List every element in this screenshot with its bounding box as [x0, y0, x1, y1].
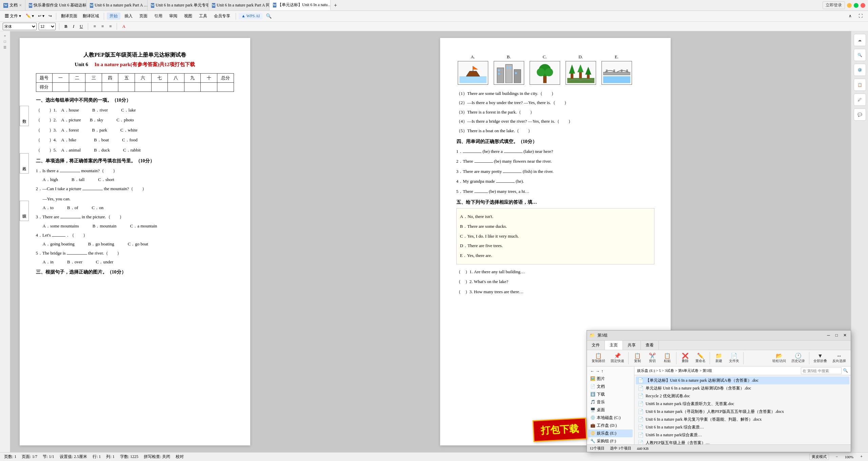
- nav-drive-e[interactable]: 📀 娱乐盘 (E:): [588, 429, 633, 437]
- nav-music[interactable]: 🎵 音乐: [588, 398, 633, 406]
- tab-unit-active[interactable]: W 【单元达标】Unit 6 In a natu… ✕: [270, 0, 331, 11]
- file-name-9: 人教PEP版五年级上册（含答案）…: [646, 440, 710, 444]
- color-button[interactable]: A: [120, 23, 127, 30]
- menu-file[interactable]: ☰ 文件 ▾: [3, 13, 23, 20]
- underline-button[interactable]: U: [78, 23, 84, 30]
- side-tool-3[interactable]: ⚙️: [854, 64, 866, 76]
- fm-tab-file[interactable]: 文件: [587, 341, 605, 350]
- tab-parta2[interactable]: W Unit 6 In a nature park Part A 同… ✕: [209, 0, 270, 11]
- tab-page[interactable]: 页面: [137, 13, 150, 20]
- tab-vip[interactable]: 会员专享: [211, 13, 233, 20]
- left-tool-pages[interactable]: □: [4, 40, 6, 43]
- fm-file-8[interactable]: 📄 Unit6 In a nature park综合素质…: [636, 431, 849, 439]
- wps-ai-button[interactable]: ▲ WPS AI: [239, 13, 262, 19]
- nav-documents[interactable]: 📄 文档: [588, 383, 633, 390]
- zoom-in-btn[interactable]: +: [859, 454, 864, 459]
- tab-unit6-special[interactable]: W Unit 6 In a nature park 单元专项… ✕: [147, 0, 209, 11]
- tab-new[interactable]: +: [331, 0, 340, 11]
- left-tool-outline[interactable]: ☰: [3, 45, 6, 49]
- align-center-button[interactable]: ≡: [100, 23, 105, 30]
- menu-edit[interactable]: ✏️ ▾: [24, 13, 35, 19]
- nav-drive-d[interactable]: 💼 工作盘 (D:): [588, 422, 633, 429]
- search-button[interactable]: 🔍: [264, 13, 274, 20]
- fm-btn-copy-path[interactable]: 📋 复制路径: [590, 353, 607, 364]
- fm-btn-collapse[interactable]: ▼ 全部折叠: [811, 353, 829, 364]
- fm-btn-rename[interactable]: ✏️ 重命名: [693, 353, 708, 364]
- left-document-scroll[interactable]: 分数 姓名 班级 人教PEP版五年级英语上册单元达标测试卷 Unit 6 In …: [10, 31, 259, 452]
- nav-drive-c[interactable]: 💿 本地磁盘 (C:): [588, 414, 633, 422]
- menu-undo[interactable]: ↩ ▾: [37, 13, 46, 19]
- maximize-button[interactable]: [854, 3, 859, 8]
- fm-search-input[interactable]: [801, 367, 842, 374]
- fm-file-2[interactable]: 📄 单元达标 Unit 6 In a nature park 达标测试B卷（含答…: [636, 384, 849, 392]
- fm-minimize-btn[interactable]: ─: [826, 333, 831, 338]
- fm-btn-new-file[interactable]: 📄 文件夹: [727, 353, 741, 364]
- zoom-out-btn[interactable]: −: [834, 454, 840, 459]
- fm-file-1[interactable]: 📄 【单元达标】Unit 6 In a nature park 达标测试A卷（含…: [636, 377, 849, 384]
- tab-view[interactable]: 视图: [181, 13, 195, 20]
- tab-parta[interactable]: W Unit 6 In a nature park Part A … ✕: [86, 0, 147, 11]
- tab-tools[interactable]: 工具: [196, 13, 210, 20]
- side-tool-1[interactable]: ☁: [854, 34, 866, 46]
- fm-btn-cut[interactable]: ✂️ 剪切: [646, 353, 659, 364]
- fm-btn-invert[interactable]: ↔ 反向选择: [830, 353, 848, 364]
- collapse-icon[interactable]: ∧: [846, 13, 854, 19]
- close-button[interactable]: [861, 3, 865, 8]
- tab-close-home[interactable]: ✕: [19, 3, 22, 7]
- fm-close-btn[interactable]: ✕: [842, 333, 848, 338]
- fm-btn-copy[interactable]: 📋 复制: [631, 353, 644, 364]
- fm-btn-easy-access[interactable]: 📂 轻松访问: [770, 353, 788, 364]
- fm-btn-history[interactable]: 🕐 历史记录: [789, 353, 807, 364]
- score-val-total: [217, 83, 234, 92]
- side-tool-2[interactable]: 🔍: [854, 49, 866, 61]
- tab-reference[interactable]: 引用: [152, 13, 165, 20]
- bold-button[interactable]: B: [63, 23, 69, 30]
- font-family-select[interactable]: 宋体: [3, 23, 37, 30]
- nav-desktop[interactable]: 🖥️ 桌面: [588, 406, 633, 414]
- nav-pictures[interactable]: 🖼️ 图片: [588, 375, 633, 383]
- nav-back-btn[interactable]: ← → ↑: [588, 368, 633, 375]
- fm-file-4[interactable]: 📄 Unit6 In a nature park 综合素质听力文、无答案.doc: [636, 400, 849, 408]
- tab-wps-home[interactable]: W 文档 ✕: [0, 0, 25, 11]
- tab-review[interactable]: 审阅: [166, 13, 180, 20]
- fm-btn-paste[interactable]: 📋 粘贴: [660, 353, 674, 364]
- download-banner[interactable]: 打包下载: [532, 418, 587, 442]
- q2-4-b: B．go boating: [88, 241, 114, 247]
- login-button[interactable]: 立即登录: [823, 1, 845, 9]
- side-tool-4[interactable]: 📋: [854, 79, 866, 91]
- side-tool-6[interactable]: 💬: [854, 108, 866, 121]
- q2-3-b: B．mountain: [93, 223, 117, 229]
- tab-start[interactable]: 开始: [107, 13, 120, 20]
- fm-maximize-btn[interactable]: □: [834, 333, 839, 338]
- fm-search-icon[interactable]: 🔍: [843, 368, 848, 373]
- fm-tab-home[interactable]: 主页: [605, 341, 623, 350]
- fm-btn-delete[interactable]: ❌ 删除: [678, 353, 692, 364]
- align-left-button[interactable]: ≡: [92, 23, 97, 30]
- italic-button[interactable]: I: [71, 23, 76, 30]
- tab-summer[interactable]: W 快乐暑假作业 Unit 6 基础达标卷 ✕: [25, 0, 86, 11]
- side-tool-5[interactable]: 🖊: [854, 94, 866, 106]
- nav-drive-f[interactable]: 🔧 采购组 (F:): [588, 437, 633, 444]
- fm-file-5[interactable]: 📄 Unit 6 In a nature park（寻花制卷）人教PEP版高五五…: [636, 408, 849, 416]
- svg-point-14: [537, 68, 545, 76]
- fm-tab-share[interactable]: 共享: [623, 341, 641, 350]
- menu-translate-page[interactable]: 翻译页面: [59, 13, 79, 20]
- fm-file-6[interactable]: 📄 Unit 6 In a nature park 单元复习学案（答题能、判题、…: [636, 416, 849, 423]
- fm-file-3[interactable]: 📄 Recycle 2 优化测试卷.doc: [636, 392, 849, 400]
- fm-btn-new-folder[interactable]: 📁 新建: [712, 353, 726, 364]
- minimize-button[interactable]: [847, 3, 852, 8]
- proofread-btn[interactable]: 校对: [176, 454, 184, 460]
- menu-translate-area[interactable]: 翻译区域: [81, 13, 101, 20]
- nav-downloads[interactable]: ⬇️ 下载: [588, 390, 633, 398]
- fm-tab-view[interactable]: 查看: [641, 341, 659, 350]
- view-mode[interactable]: 黄皮模式: [809, 454, 829, 460]
- fm-file-9[interactable]: 📄 人教PEP版五年级上册（含答案）…: [636, 439, 849, 444]
- fm-file-7[interactable]: 📄 Unit 6 In a nature park 综合素质…: [636, 423, 849, 431]
- left-tool-nav[interactable]: ≡: [4, 34, 6, 38]
- fullscreen-icon[interactable]: ⛶: [856, 13, 865, 19]
- font-size-select[interactable]: 12: [39, 23, 56, 30]
- menu-redo[interactable]: ↪: [47, 13, 53, 19]
- align-right-button[interactable]: ≡: [107, 23, 113, 30]
- tab-insert[interactable]: 插入: [122, 13, 135, 20]
- fm-btn-pin[interactable]: 📌 固定快速: [609, 353, 626, 364]
